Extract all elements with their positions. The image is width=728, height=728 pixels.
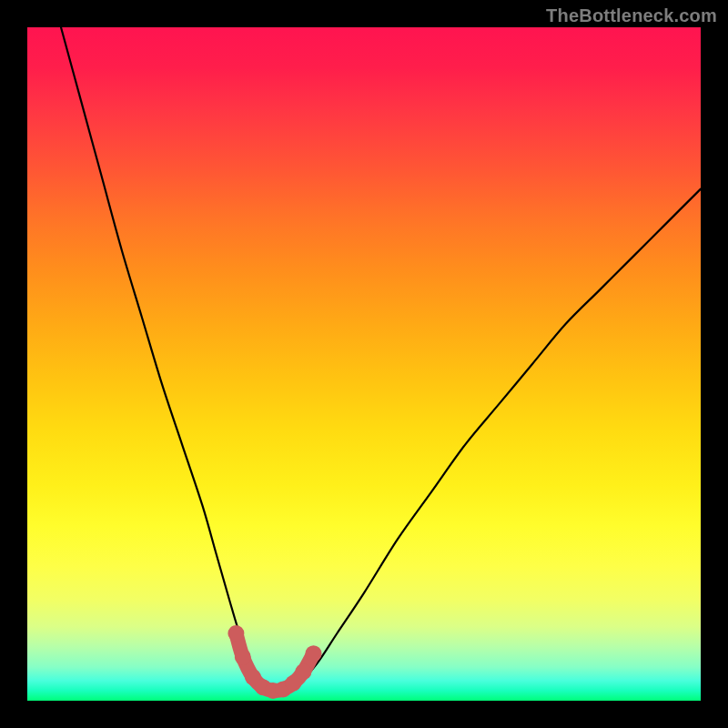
good-zone-marker — [228, 625, 321, 699]
good-zone-dot — [295, 663, 311, 680]
bottleneck-curve — [61, 27, 701, 693]
good-zone-dot — [306, 645, 322, 662]
good-zone-dot — [228, 625, 244, 642]
chart-frame: TheBottleneck.com — [0, 0, 728, 728]
watermark-text: TheBottleneck.com — [546, 5, 717, 26]
good-zone-dot — [235, 649, 251, 665]
chart-overlay — [27, 27, 701, 701]
